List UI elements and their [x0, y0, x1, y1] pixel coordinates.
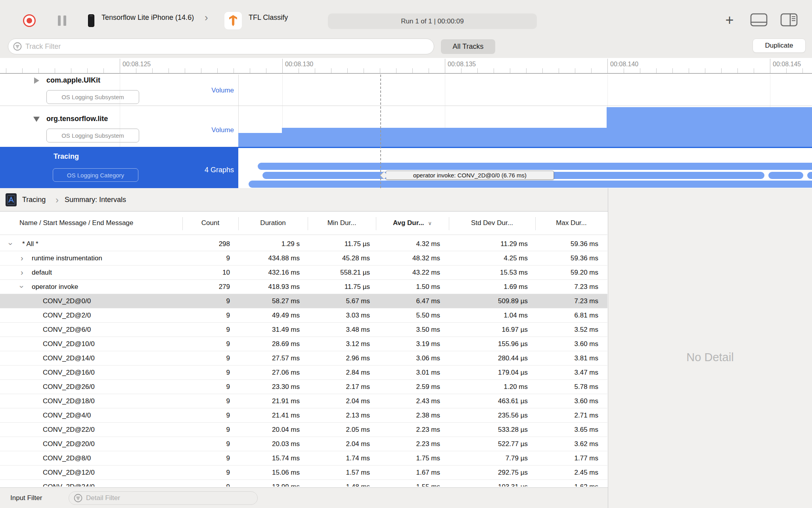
- row-value: 3.60 ms: [535, 337, 607, 351]
- column-header-name-start-message-end-message[interactable]: Name / Start Message / End Message: [0, 212, 182, 235]
- row-disclosure-expanded-icon[interactable]: ›: [4, 242, 18, 245]
- interval-bar[interactable]: [258, 163, 812, 170]
- row-value: 3.50 ms: [376, 323, 449, 337]
- table-row[interactable]: CONV_2D@16/0927.06 ms2.84 ms3.01 ms179.0…: [0, 366, 607, 380]
- duplicate-button[interactable]: Duplicate: [753, 39, 805, 52]
- ruler-time-label: 00:08.140: [610, 61, 638, 68]
- instrument-icon: [6, 193, 17, 206]
- table-row[interactable]: CONV_2D@22/0920.04 ms2.05 ms2.23 ms533.2…: [0, 423, 607, 437]
- table-row[interactable]: runtime instrumentation›9434.88 ms45.28 …: [0, 251, 607, 266]
- row-value: 16.97 µs: [449, 323, 535, 337]
- row-disclosure-collapsed-icon[interactable]: ›: [21, 266, 23, 279]
- disclosure-expanded-icon[interactable]: [33, 117, 40, 122]
- row-value: 298: [182, 237, 238, 251]
- interval-bar[interactable]: [768, 172, 803, 179]
- volume-graph-area[interactable]: [282, 128, 607, 147]
- track-filter-input[interactable]: Track Filter: [8, 38, 434, 54]
- record-button[interactable]: [23, 14, 36, 27]
- row-value: 1.50 ms: [376, 280, 449, 294]
- row-value: 3.06 ms: [376, 351, 449, 365]
- table-row[interactable]: CONV_2D@0/0958.27 ms5.67 ms6.47 ms509.89…: [0, 294, 607, 308]
- row-value: 279: [182, 280, 238, 294]
- table-row[interactable]: CONV_2D@20/0920.03 ms2.04 ms2.23 ms522.7…: [0, 437, 607, 451]
- row-value: 179.04 µs: [449, 366, 535, 379]
- table-row[interactable]: CONV_2D@8/0915.74 ms1.74 ms1.75 ms7.79 µ…: [0, 451, 607, 466]
- row-name: CONV_2D@16/0: [0, 366, 182, 379]
- table-row[interactable]: CONV_2D@14/0927.57 ms2.96 ms3.06 ms280.4…: [0, 351, 607, 366]
- right-panel-toggle-button[interactable]: [779, 12, 799, 28]
- tracing-sidebar-selected[interactable]: Tracing OS Logging Category 4 Graphs: [0, 147, 238, 188]
- table-row[interactable]: CONV_2D@18/0921.91 ms2.04 ms2.43 ms463.6…: [0, 394, 607, 408]
- target-app-name[interactable]: TFL Classify: [249, 0, 288, 35]
- device-name[interactable]: Tensorflow Lite iPhone (14.6): [102, 0, 194, 35]
- volume-graph-area[interactable]: [238, 133, 282, 147]
- add-instrument-button[interactable]: +: [722, 10, 737, 30]
- ruler-minor-tick: [689, 68, 689, 73]
- column-header-max-dur[interactable]: Max Dur...: [535, 212, 607, 235]
- row-value: 15.06 ms: [238, 466, 308, 479]
- pause-button[interactable]: [58, 15, 66, 26]
- row-value: 7.79 µs: [449, 451, 535, 465]
- interval-bar[interactable]: [249, 181, 812, 188]
- table-row[interactable]: CONV_2D@10/0928.69 ms3.12 ms3.19 ms155.9…: [0, 337, 607, 351]
- column-header-std-dev-dur[interactable]: Std Dev Dur...: [449, 212, 535, 235]
- table-row[interactable]: CONV_2D@24/0913.99 ms1.48 ms1.55 ms103.3…: [0, 480, 607, 487]
- ruler-major-tick: [120, 59, 120, 73]
- row-disclosure-collapsed-icon[interactable]: ›: [21, 251, 23, 265]
- track-filter-bar: Track Filter All Tracks Duplicate: [0, 35, 812, 58]
- column-header-avg-dur[interactable]: Avg Dur...∨: [376, 212, 449, 235]
- all-tracks-button[interactable]: All Tracks: [441, 39, 495, 54]
- row-value: 1.67 ms: [376, 466, 449, 479]
- breadcrumb-page[interactable]: Summary: Intervals: [65, 188, 126, 212]
- column-header-min-dur[interactable]: Min Dur...: [308, 212, 376, 235]
- table-row[interactable]: CONV_2D@4/0921.41 ms2.13 ms2.38 ms235.56…: [0, 408, 607, 423]
- table-row[interactable]: default›10432.16 ms558.21 µs43.22 ms15.5…: [0, 266, 607, 280]
- row-value: 9: [182, 423, 238, 437]
- row-value: 3.47 ms: [535, 366, 607, 379]
- breadcrumb-root[interactable]: Tracing: [22, 188, 46, 212]
- table-row[interactable]: CONV_2D@2/0949.49 ms3.03 ms5.50 ms1.04 m…: [0, 308, 607, 323]
- disclosure-collapsed-icon[interactable]: [34, 77, 39, 84]
- ruler-minor-tick: [87, 68, 88, 73]
- table-row[interactable]: CONV_2D@6/0931.49 ms3.48 ms3.50 ms16.97 …: [0, 323, 607, 337]
- column-divider[interactable]: [238, 217, 239, 230]
- ruler-minor-tick: [55, 68, 55, 73]
- bottom-filter-bar: Input Filter Detail Filter: [0, 487, 608, 508]
- playhead-line[interactable]: [380, 75, 381, 188]
- interval-bar[interactable]: [807, 172, 812, 179]
- column-divider[interactable]: [376, 217, 376, 230]
- ruler-minor-tick: [315, 68, 315, 73]
- ruler-minor-tick: [672, 68, 673, 73]
- column-header-duration[interactable]: Duration: [238, 212, 308, 235]
- table-row[interactable]: CONV_2D@26/0923.30 ms2.17 ms2.59 ms1.20 …: [0, 380, 607, 394]
- ruler-minor-tick: [331, 68, 331, 73]
- row-value: 5.67 ms: [308, 294, 376, 308]
- ruler-minor-tick: [640, 68, 640, 73]
- row-disclosure-expanded-icon[interactable]: ›: [15, 285, 29, 288]
- row-value: 20.03 ms: [238, 437, 308, 451]
- volume-graph-area[interactable]: [607, 107, 812, 147]
- bottom-panel-toggle-button[interactable]: [749, 12, 768, 28]
- breadcrumb-chevron-icon: ›: [205, 0, 208, 35]
- row-value: 235.56 µs: [449, 408, 535, 422]
- table-row[interactable]: CONV_2D@12/0915.06 ms1.57 ms1.67 ms292.7…: [0, 466, 607, 480]
- timeline-ruler[interactable]: 00:08.12500:08.13000:08.13500:08.14000:0…: [0, 58, 812, 74]
- column-divider[interactable]: [535, 217, 536, 230]
- row-name: CONV_2D@4/0: [0, 408, 182, 422]
- row-value: 9: [182, 308, 238, 322]
- row-value: 1.20 ms: [449, 380, 535, 394]
- column-divider[interactable]: [182, 217, 183, 230]
- ruler-minor-tick: [754, 68, 754, 73]
- row-value: 20.04 ms: [238, 423, 308, 437]
- row-value: 2.23 ms: [376, 423, 449, 437]
- detail-filter-input[interactable]: Detail Filter: [69, 491, 258, 505]
- column-header-count[interactable]: Count: [182, 212, 238, 235]
- column-divider[interactable]: [449, 217, 449, 230]
- column-divider[interactable]: [308, 217, 308, 230]
- row-value: 9: [182, 466, 238, 479]
- row-value: 23.30 ms: [238, 380, 308, 394]
- row-value: 1.74 ms: [308, 451, 376, 465]
- table-row[interactable]: * All *›2981.29 s11.75 µs4.32 ms11.29 ms…: [0, 237, 607, 251]
- table-row[interactable]: operator invoke›279418.93 ms11.75 µs1.50…: [0, 280, 607, 294]
- row-value: 1.75 ms: [376, 451, 449, 465]
